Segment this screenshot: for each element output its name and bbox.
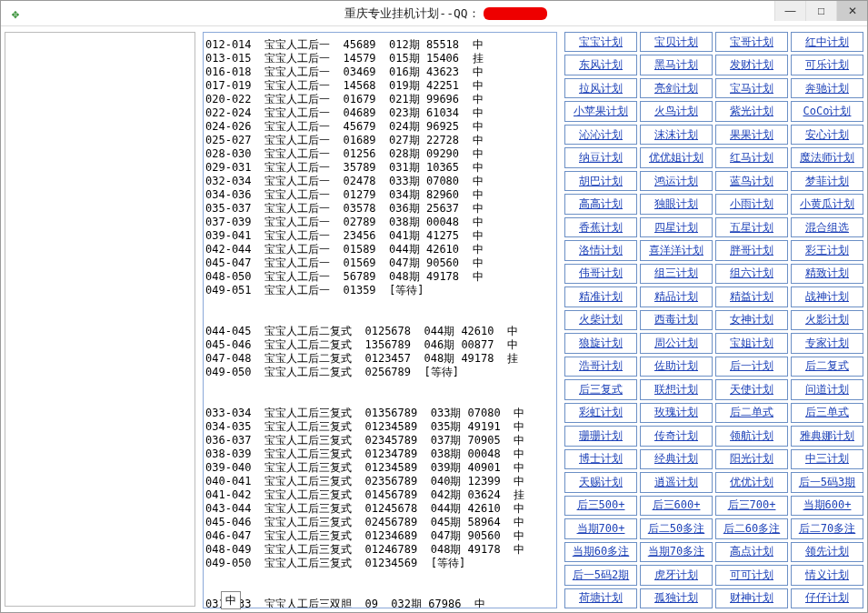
plan-button[interactable]: CoCo计划 [791, 101, 863, 121]
plan-button[interactable]: 后三复式 [564, 379, 637, 399]
plan-button[interactable]: 可可计划 [715, 565, 788, 585]
plan-button[interactable]: 后三500+ [564, 496, 637, 516]
plan-button[interactable]: 佐助计划 [640, 357, 713, 377]
plan-button[interactable]: 黑马计划 [640, 55, 713, 75]
plan-button[interactable]: 小黄瓜计划 [791, 194, 863, 214]
plan-button[interactable]: 亮剑计划 [640, 78, 713, 98]
plan-button[interactable]: 后三600+ [640, 496, 713, 516]
plan-button[interactable]: 西毒计划 [640, 310, 713, 330]
plan-button[interactable]: 纳豆计划 [564, 147, 637, 167]
plan-button[interactable]: 中三计划 [791, 449, 863, 469]
plan-button[interactable]: 香蕉计划 [564, 217, 637, 237]
plan-button[interactable]: 问道计划 [791, 379, 863, 399]
plan-button[interactable]: 精致计划 [791, 264, 863, 284]
plan-button[interactable]: 红马计划 [715, 147, 788, 167]
plan-button[interactable]: 彩王计划 [791, 240, 863, 260]
plan-button[interactable]: 奔驰计划 [791, 78, 863, 98]
plan-button[interactable]: 后二50多注 [640, 518, 713, 538]
plan-button[interactable]: 后一计划 [715, 357, 788, 377]
plan-button[interactable]: 精品计划 [640, 286, 713, 306]
plan-button[interactable]: 安心计划 [791, 125, 863, 145]
plan-button[interactable]: 后三单式 [791, 403, 863, 423]
plan-button[interactable]: 拉风计划 [564, 78, 637, 98]
plan-button[interactable]: 宝贝计划 [640, 32, 713, 52]
plan-button[interactable]: 后二复式 [791, 357, 863, 377]
plan-button[interactable]: 后二70多注 [791, 518, 863, 538]
plan-button[interactable]: 喜洋洋计划 [640, 240, 713, 260]
plan-button[interactable]: 五星计划 [715, 217, 788, 237]
plan-button[interactable]: 蓝鸟计划 [715, 171, 788, 191]
plan-button[interactable]: 联想计划 [640, 379, 713, 399]
plan-button[interactable]: 荷塘计划 [564, 588, 637, 608]
plan-button[interactable]: 精准计划 [564, 286, 637, 306]
log-panel[interactable]: 012-014 宝宝人工后一 45689 012期 85518 中 013-01… [203, 32, 557, 608]
close-button[interactable]: ✕ [836, 1, 867, 21]
plan-button[interactable]: 玫瑰计划 [640, 403, 713, 423]
plan-button[interactable]: 优优计划 [715, 472, 788, 492]
plan-button[interactable]: 仔仔计划 [791, 588, 863, 608]
plan-button[interactable]: 紫光计划 [715, 101, 788, 121]
plan-button[interactable]: 果果计划 [715, 125, 788, 145]
plan-button[interactable]: 当期60多注 [564, 542, 637, 562]
plan-button[interactable]: 女神计划 [715, 310, 788, 330]
plan-button[interactable]: 博士计划 [564, 449, 637, 469]
plan-button[interactable]: 沁沁计划 [564, 125, 637, 145]
plan-button[interactable]: 宝马计划 [715, 78, 788, 98]
plan-button[interactable]: 后一5码3期 [791, 472, 863, 492]
plan-button[interactable]: 可乐计划 [791, 55, 863, 75]
plan-button[interactable]: 彩虹计划 [564, 403, 637, 423]
plan-button[interactable]: 当期700+ [564, 518, 637, 538]
plan-button[interactable]: 宝哥计划 [715, 32, 788, 52]
plan-button[interactable]: 胡巴计划 [564, 171, 637, 191]
plan-button[interactable]: 当期600+ [791, 496, 863, 516]
plan-button[interactable]: 独眼计划 [640, 194, 713, 214]
plan-button[interactable]: 虎牙计划 [640, 565, 713, 585]
plan-button[interactable]: 天赐计划 [564, 472, 637, 492]
plan-button[interactable]: 火影计划 [791, 310, 863, 330]
plan-button[interactable]: 浩哥计划 [564, 357, 637, 377]
plan-button[interactable]: 组三计划 [640, 264, 713, 284]
plan-button[interactable]: 周公计划 [640, 333, 713, 353]
plan-button[interactable]: 专家计划 [791, 333, 863, 353]
plan-button[interactable]: 宝姐计划 [715, 333, 788, 353]
plan-button[interactable]: 战神计划 [791, 286, 863, 306]
plan-button[interactable]: 组六计划 [715, 264, 788, 284]
plan-button[interactable]: 天使计划 [715, 379, 788, 399]
plan-button[interactable]: 阳光计划 [715, 449, 788, 469]
plan-button[interactable]: 领航计划 [715, 426, 788, 446]
minimize-button[interactable]: — [774, 1, 805, 21]
plan-button[interactable]: 逍遥计划 [640, 472, 713, 492]
plan-button[interactable]: 财神计划 [715, 588, 788, 608]
plan-button[interactable]: 经典计划 [640, 449, 713, 469]
plan-button[interactable]: 发财计划 [715, 55, 788, 75]
plan-button[interactable]: 小雨计划 [715, 194, 788, 214]
plan-button[interactable]: 精益计划 [715, 286, 788, 306]
plan-button[interactable]: 混合组选 [791, 217, 863, 237]
plan-button[interactable]: 东风计划 [564, 55, 637, 75]
plan-button[interactable]: 胖哥计划 [715, 240, 788, 260]
plan-button[interactable]: 洛情计划 [564, 240, 637, 260]
plan-button[interactable]: 情义计划 [791, 565, 863, 585]
plan-button[interactable]: 孤独计划 [640, 588, 713, 608]
plan-button[interactable]: 鸿运计划 [640, 171, 713, 191]
plan-button[interactable]: 传奇计划 [640, 426, 713, 446]
plan-button[interactable]: 优优姐计划 [640, 147, 713, 167]
plan-button[interactable]: 狼旋计划 [564, 333, 637, 353]
plan-button[interactable]: 雅典娜计划 [791, 426, 863, 446]
plan-button[interactable]: 高高计划 [564, 194, 637, 214]
plan-button[interactable]: 火鸟计划 [640, 101, 713, 121]
plan-button[interactable]: 后一5码2期 [564, 565, 637, 585]
plan-button[interactable]: 后二单式 [715, 403, 788, 423]
plan-button[interactable]: 红中计划 [791, 32, 863, 52]
plan-button[interactable]: 梦菲计划 [791, 171, 863, 191]
plan-button[interactable]: 后二60多注 [715, 518, 788, 538]
plan-button[interactable]: 珊珊计划 [564, 426, 637, 446]
plan-button[interactable]: 魔法师计划 [791, 147, 863, 167]
plan-button[interactable]: 高点计划 [715, 542, 788, 562]
plan-button[interactable]: 伟哥计划 [564, 264, 637, 284]
plan-button[interactable]: 宝宝计划 [564, 32, 637, 52]
plan-button[interactable]: 小苹果计划 [564, 101, 637, 121]
maximize-button[interactable]: □ [805, 1, 836, 21]
plan-button[interactable]: 后三700+ [715, 496, 788, 516]
plan-button[interactable]: 沫沫计划 [640, 125, 713, 145]
